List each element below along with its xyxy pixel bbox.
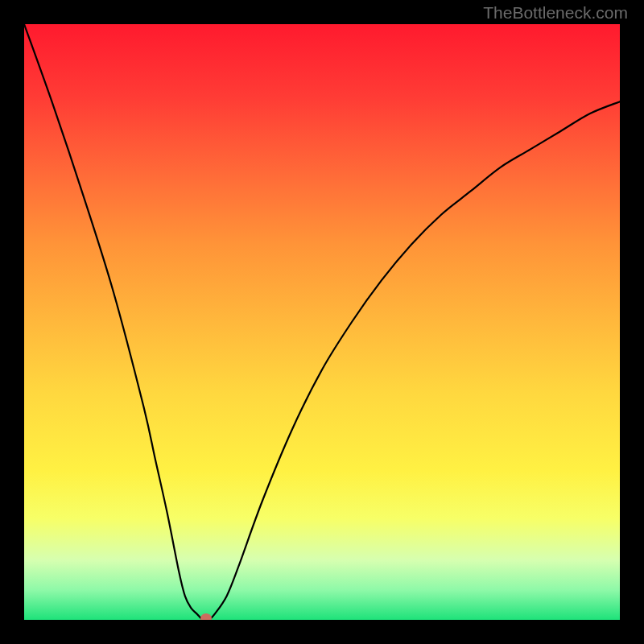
chart-plot-area — [24, 24, 620, 620]
frame-border — [0, 0, 24, 644]
frame-border — [620, 0, 644, 644]
watermark-text: TheBottleneck.com — [483, 3, 628, 23]
frame-border — [0, 620, 644, 644]
